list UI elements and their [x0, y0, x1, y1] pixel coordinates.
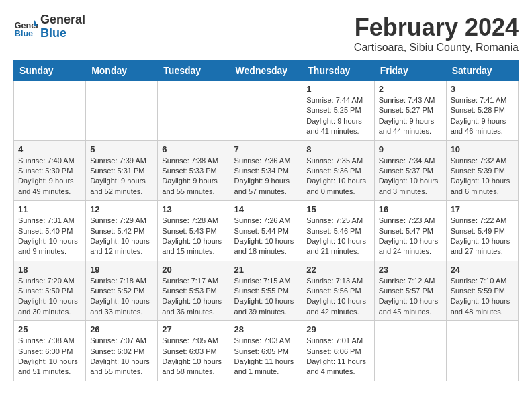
- calendar-cell: [158, 81, 230, 141]
- day-number: 10: [451, 144, 514, 154]
- calendar-cell: 22Sunrise: 7:13 AM Sunset: 5:56 PM Dayli…: [302, 261, 374, 321]
- day-number: 4: [18, 144, 81, 154]
- calendar-cell: 18Sunrise: 7:20 AM Sunset: 5:50 PM Dayli…: [14, 261, 86, 321]
- day-info: Sunrise: 7:18 AM Sunset: 5:52 PM Dayligh…: [90, 276, 153, 318]
- calendar-cell: 15Sunrise: 7:25 AM Sunset: 5:46 PM Dayli…: [302, 201, 374, 261]
- day-info: Sunrise: 7:29 AM Sunset: 5:42 PM Dayligh…: [90, 216, 153, 257]
- day-info: Sunrise: 7:26 AM Sunset: 5:44 PM Dayligh…: [234, 216, 298, 257]
- day-number: 6: [162, 144, 225, 154]
- calendar-cell: 10Sunrise: 7:32 AM Sunset: 5:39 PM Dayli…: [446, 140, 518, 201]
- day-number: 22: [306, 265, 369, 275]
- day-info: Sunrise: 7:44 AM Sunset: 5:25 PM Dayligh…: [306, 95, 369, 137]
- col-header-sunday: Sunday: [14, 61, 86, 81]
- calendar-cell: 24Sunrise: 7:10 AM Sunset: 5:59 PM Dayli…: [446, 261, 518, 321]
- day-info: Sunrise: 7:28 AM Sunset: 5:43 PM Dayligh…: [162, 216, 225, 257]
- day-info: Sunrise: 7:10 AM Sunset: 5:59 PM Dayligh…: [451, 276, 514, 318]
- calendar-cell: 1Sunrise: 7:44 AM Sunset: 5:25 PM Daylig…: [302, 81, 374, 141]
- calendar-cell: 29Sunrise: 7:01 AM Sunset: 6:06 PM Dayli…: [302, 321, 374, 381]
- calendar-cell: 3Sunrise: 7:41 AM Sunset: 5:28 PM Daylig…: [446, 81, 518, 141]
- day-info: Sunrise: 7:43 AM Sunset: 5:27 PM Dayligh…: [379, 95, 442, 137]
- calendar-cell: [230, 81, 302, 141]
- day-number: 18: [18, 265, 81, 275]
- col-header-saturday: Saturday: [446, 61, 518, 81]
- logo-blue-text: Blue: [40, 27, 85, 40]
- day-info: Sunrise: 7:12 AM Sunset: 5:57 PM Dayligh…: [379, 276, 442, 318]
- calendar-cell: [374, 321, 446, 381]
- day-number: 11: [18, 204, 81, 214]
- calendar-table: SundayMondayTuesdayWednesdayThursdayFrid…: [13, 60, 519, 381]
- calendar-cell: [446, 321, 518, 381]
- day-number: 17: [451, 204, 514, 214]
- logo: General Blue General Blue: [13, 13, 85, 40]
- calendar-cell: 23Sunrise: 7:12 AM Sunset: 5:57 PM Dayli…: [374, 261, 446, 321]
- day-number: 23: [379, 265, 442, 275]
- col-header-thursday: Thursday: [302, 61, 374, 81]
- day-info: Sunrise: 7:41 AM Sunset: 5:28 PM Dayligh…: [451, 95, 514, 137]
- day-number: 12: [90, 204, 153, 214]
- day-number: 25: [18, 324, 81, 334]
- calendar-cell: 11Sunrise: 7:31 AM Sunset: 5:40 PM Dayli…: [14, 201, 86, 261]
- col-header-monday: Monday: [86, 61, 158, 81]
- day-number: 29: [306, 324, 369, 334]
- calendar-cell: 28Sunrise: 7:03 AM Sunset: 6:05 PM Dayli…: [230, 321, 302, 381]
- calendar-cell: 9Sunrise: 7:34 AM Sunset: 5:37 PM Daylig…: [374, 140, 446, 201]
- location-subtitle: Cartisoara, Sibiu County, Romania: [354, 42, 519, 54]
- day-number: 26: [90, 324, 153, 334]
- svg-text:Blue: Blue: [15, 29, 33, 38]
- day-info: Sunrise: 7:01 AM Sunset: 6:06 PM Dayligh…: [306, 336, 369, 377]
- day-number: 1: [306, 84, 369, 94]
- day-info: Sunrise: 7:36 AM Sunset: 5:34 PM Dayligh…: [234, 156, 298, 197]
- day-info: Sunrise: 7:34 AM Sunset: 5:37 PM Dayligh…: [379, 156, 442, 197]
- calendar-week-row: 25Sunrise: 7:08 AM Sunset: 6:00 PM Dayli…: [14, 321, 519, 381]
- calendar-cell: 12Sunrise: 7:29 AM Sunset: 5:42 PM Dayli…: [86, 201, 158, 261]
- day-info: Sunrise: 7:35 AM Sunset: 5:36 PM Dayligh…: [306, 156, 369, 197]
- day-number: 5: [90, 144, 153, 154]
- title-area: February 2024 Cartisoara, Sibiu County, …: [354, 13, 519, 54]
- calendar-cell: 5Sunrise: 7:39 AM Sunset: 5:31 PM Daylig…: [86, 140, 158, 201]
- day-number: 14: [234, 204, 298, 214]
- col-header-friday: Friday: [374, 61, 446, 81]
- day-number: 15: [306, 204, 369, 214]
- calendar-cell: 8Sunrise: 7:35 AM Sunset: 5:36 PM Daylig…: [302, 140, 374, 201]
- calendar-cell: 4Sunrise: 7:40 AM Sunset: 5:30 PM Daylig…: [14, 140, 86, 201]
- calendar-header-row: SundayMondayTuesdayWednesdayThursdayFrid…: [14, 61, 519, 81]
- day-number: 9: [379, 144, 442, 154]
- day-info: Sunrise: 7:15 AM Sunset: 5:55 PM Dayligh…: [234, 276, 298, 318]
- calendar-cell: 27Sunrise: 7:05 AM Sunset: 6:03 PM Dayli…: [158, 321, 230, 381]
- day-info: Sunrise: 7:22 AM Sunset: 5:49 PM Dayligh…: [451, 216, 514, 257]
- calendar-week-row: 11Sunrise: 7:31 AM Sunset: 5:40 PM Dayli…: [14, 201, 519, 261]
- day-info: Sunrise: 7:07 AM Sunset: 6:02 PM Dayligh…: [90, 336, 153, 377]
- day-info: Sunrise: 7:23 AM Sunset: 5:47 PM Dayligh…: [379, 216, 442, 257]
- day-info: Sunrise: 7:13 AM Sunset: 5:56 PM Dayligh…: [306, 276, 369, 318]
- logo-text: General Blue: [40, 13, 85, 40]
- calendar-cell: 20Sunrise: 7:17 AM Sunset: 5:53 PM Dayli…: [158, 261, 230, 321]
- day-info: Sunrise: 7:25 AM Sunset: 5:46 PM Dayligh…: [306, 216, 369, 257]
- calendar-cell: 19Sunrise: 7:18 AM Sunset: 5:52 PM Dayli…: [86, 261, 158, 321]
- logo-icon: General Blue: [13, 15, 38, 39]
- calendar-cell: [86, 81, 158, 141]
- day-info: Sunrise: 7:03 AM Sunset: 6:05 PM Dayligh…: [234, 336, 298, 377]
- calendar-cell: 7Sunrise: 7:36 AM Sunset: 5:34 PM Daylig…: [230, 140, 302, 201]
- day-info: Sunrise: 7:17 AM Sunset: 5:53 PM Dayligh…: [162, 276, 225, 318]
- calendar-cell: 2Sunrise: 7:43 AM Sunset: 5:27 PM Daylig…: [374, 81, 446, 141]
- calendar-cell: 14Sunrise: 7:26 AM Sunset: 5:44 PM Dayli…: [230, 201, 302, 261]
- day-info: Sunrise: 7:39 AM Sunset: 5:31 PM Dayligh…: [90, 156, 153, 197]
- day-info: Sunrise: 7:20 AM Sunset: 5:50 PM Dayligh…: [18, 276, 81, 318]
- logo-general-text: General: [40, 13, 85, 27]
- calendar-cell: 21Sunrise: 7:15 AM Sunset: 5:55 PM Dayli…: [230, 261, 302, 321]
- day-number: 27: [162, 324, 225, 334]
- calendar-cell: [14, 81, 86, 141]
- calendar-cell: 17Sunrise: 7:22 AM Sunset: 5:49 PM Dayli…: [446, 201, 518, 261]
- day-number: 3: [451, 84, 514, 94]
- calendar-cell: 6Sunrise: 7:38 AM Sunset: 5:33 PM Daylig…: [158, 140, 230, 201]
- day-info: Sunrise: 7:38 AM Sunset: 5:33 PM Dayligh…: [162, 156, 225, 197]
- calendar-cell: 26Sunrise: 7:07 AM Sunset: 6:02 PM Dayli…: [86, 321, 158, 381]
- calendar-week-row: 18Sunrise: 7:20 AM Sunset: 5:50 PM Dayli…: [14, 261, 519, 321]
- day-number: 13: [162, 204, 225, 214]
- day-number: 21: [234, 265, 298, 275]
- day-number: 20: [162, 265, 225, 275]
- month-title: February 2024: [354, 13, 519, 42]
- day-info: Sunrise: 7:40 AM Sunset: 5:30 PM Dayligh…: [18, 156, 81, 197]
- day-info: Sunrise: 7:32 AM Sunset: 5:39 PM Dayligh…: [451, 156, 514, 197]
- day-info: Sunrise: 7:05 AM Sunset: 6:03 PM Dayligh…: [162, 336, 225, 377]
